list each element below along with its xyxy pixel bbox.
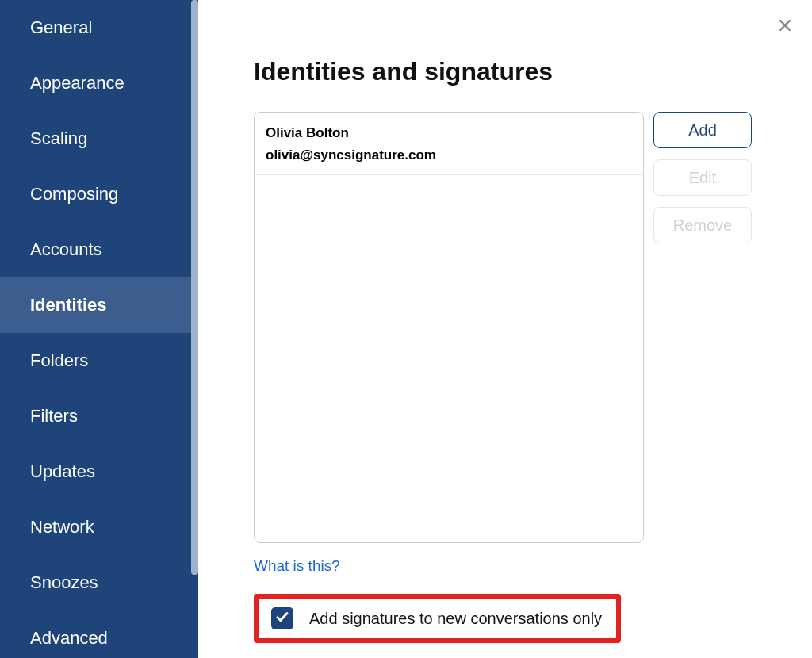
identity-name: Olivia Bolton [266, 124, 632, 143]
sidebar-item-composing[interactable]: Composing [0, 166, 198, 222]
sidebar-item-folders[interactable]: Folders [0, 333, 198, 388]
sidebar-item-network[interactable]: Network [0, 499, 198, 555]
sidebar-scrollbar-thumb[interactable] [191, 0, 198, 575]
identity-list-item[interactable]: Olivia Bolton olivia@syncsignature.com [255, 113, 643, 175]
main-panel: Identities and signatures Olivia Bolton … [198, 0, 812, 658]
sidebar-item-advanced[interactable]: Advanced [0, 610, 198, 658]
identities-content-row: Olivia Bolton olivia@syncsignature.com A… [254, 112, 756, 543]
help-link[interactable]: What is this? [254, 557, 340, 575]
check-icon [275, 610, 289, 627]
signature-option-row: Add signatures to new conversations only [254, 594, 650, 643]
sidebar-item-general[interactable]: General [0, 0, 198, 55]
page-title: Identities and signatures [254, 57, 756, 86]
sidebar-list: General Appearance Scaling Composing Acc… [0, 0, 198, 658]
identity-list: Olivia Bolton olivia@syncsignature.com [254, 112, 644, 543]
settings-sidebar: General Appearance Scaling Composing Acc… [0, 0, 198, 658]
close-button[interactable] [774, 14, 796, 39]
sidebar-item-appearance[interactable]: Appearance [0, 55, 198, 111]
sidebar-item-scaling[interactable]: Scaling [0, 111, 198, 166]
remove-button[interactable]: Remove [653, 207, 752, 243]
identity-email: olivia@syncsignature.com [266, 146, 632, 165]
signature-new-only-label: Add signatures to new conversations only [309, 610, 602, 628]
edit-button[interactable]: Edit [653, 159, 752, 196]
signature-option-highlight: Add signatures to new conversations only [254, 594, 621, 643]
sidebar-item-updates[interactable]: Updates [0, 444, 198, 499]
signature-new-only-checkbox[interactable] [271, 607, 293, 629]
close-icon [777, 24, 793, 36]
identity-actions: Add Edit Remove [653, 112, 752, 243]
sidebar-item-filters[interactable]: Filters [0, 388, 198, 444]
sidebar-item-accounts[interactable]: Accounts [0, 222, 198, 277]
sidebar-item-identities[interactable]: Identities [0, 277, 198, 333]
sidebar-item-snoozes[interactable]: Snoozes [0, 555, 198, 610]
add-button[interactable]: Add [653, 112, 752, 148]
